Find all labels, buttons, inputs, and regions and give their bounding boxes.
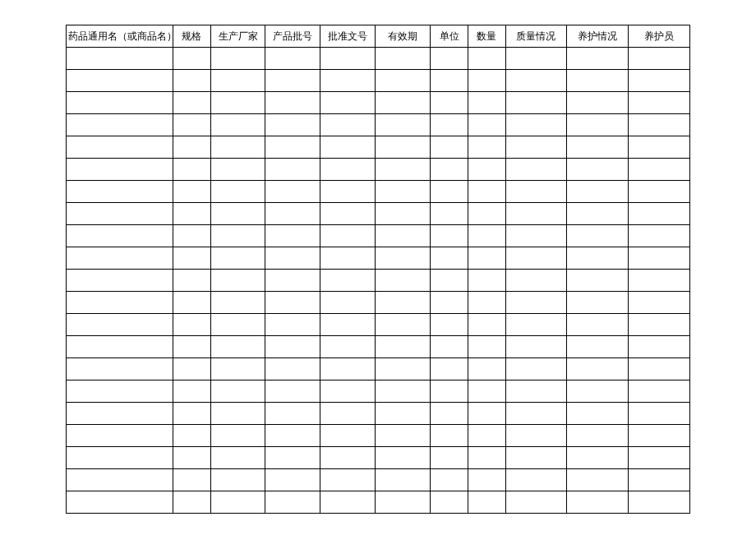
table-cell <box>210 203 265 225</box>
table-cell <box>431 70 468 92</box>
table-cell <box>376 247 431 270</box>
table-cell <box>210 247 265 270</box>
table-cell <box>629 447 690 469</box>
table-cell <box>567 491 629 514</box>
table-cell <box>431 469 468 491</box>
table-cell <box>67 270 173 292</box>
table-cell <box>431 380 468 403</box>
table-cell <box>629 181 690 203</box>
table-cell <box>320 447 376 469</box>
table-row <box>67 92 690 114</box>
table-cell <box>468 181 505 203</box>
table-cell <box>67 380 173 403</box>
table-cell <box>320 292 376 314</box>
table-cell <box>629 469 690 491</box>
table-cell <box>629 114 690 136</box>
table-cell <box>320 159 376 181</box>
table-cell <box>505 203 567 225</box>
table-cell <box>629 403 690 425</box>
table-row <box>67 336 690 358</box>
table-cell <box>173 358 210 380</box>
table-cell <box>173 491 210 514</box>
table-cell <box>173 336 210 358</box>
table-row <box>67 159 690 181</box>
table-cell <box>629 48 690 70</box>
table-cell <box>173 292 210 314</box>
table-cell <box>505 425 567 447</box>
table-cell <box>67 92 173 114</box>
table-cell <box>431 247 468 270</box>
table-cell <box>431 270 468 292</box>
table-cell <box>468 358 505 380</box>
table-cell <box>431 358 468 380</box>
table-row <box>67 380 690 403</box>
table-cell <box>320 270 376 292</box>
table-cell <box>567 469 629 491</box>
table-cell <box>210 314 265 336</box>
table-cell <box>265 70 320 92</box>
table-row <box>67 491 690 514</box>
table-cell <box>468 92 505 114</box>
table-cell <box>376 292 431 314</box>
table-cell <box>468 292 505 314</box>
table-cell <box>629 70 690 92</box>
table-cell <box>173 380 210 403</box>
header-staff: 养护员 <box>629 25 690 48</box>
table-cell <box>173 469 210 491</box>
table-cell <box>320 314 376 336</box>
table-cell <box>210 358 265 380</box>
table-cell <box>173 203 210 225</box>
table-cell <box>376 425 431 447</box>
table-cell <box>265 114 320 136</box>
table-cell <box>567 292 629 314</box>
table-cell <box>468 336 505 358</box>
table-cell <box>67 358 173 380</box>
table-cell <box>265 181 320 203</box>
table-cell <box>320 181 376 203</box>
table-cell <box>468 247 505 270</box>
table-cell <box>173 114 210 136</box>
table-cell <box>567 247 629 270</box>
table-cell <box>629 425 690 447</box>
table-cell <box>505 136 567 159</box>
header-approval: 批准文号 <box>320 25 376 48</box>
table-cell <box>505 247 567 270</box>
table-cell <box>505 380 567 403</box>
table-cell <box>567 70 629 92</box>
table-cell <box>210 181 265 203</box>
table-row <box>67 203 690 225</box>
table-cell <box>431 114 468 136</box>
table-cell <box>505 70 567 92</box>
header-drug-name: 药品通用名（或商品名） <box>67 25 173 48</box>
table-cell <box>320 491 376 514</box>
table-cell <box>265 403 320 425</box>
table-cell <box>468 70 505 92</box>
table-cell <box>173 425 210 447</box>
table-cell <box>173 159 210 181</box>
table-cell <box>173 48 210 70</box>
table-row <box>67 314 690 336</box>
table-cell <box>265 314 320 336</box>
table-cell <box>67 159 173 181</box>
table-cell <box>265 159 320 181</box>
table-cell <box>210 380 265 403</box>
table-cell <box>567 336 629 358</box>
table-cell <box>376 270 431 292</box>
table-cell <box>173 92 210 114</box>
table-cell <box>629 225 690 247</box>
table-cell <box>431 92 468 114</box>
table-cell <box>505 358 567 380</box>
table-cell <box>468 469 505 491</box>
table-cell <box>67 181 173 203</box>
table-cell <box>173 70 210 92</box>
table-cell <box>376 114 431 136</box>
table-cell <box>67 425 173 447</box>
table-cell <box>431 136 468 159</box>
table-cell <box>505 491 567 514</box>
table-cell <box>173 314 210 336</box>
table-cell <box>431 203 468 225</box>
table-cell <box>376 70 431 92</box>
table-cell <box>67 292 173 314</box>
header-quality: 质量情况 <box>505 25 567 48</box>
table-cell <box>210 447 265 469</box>
